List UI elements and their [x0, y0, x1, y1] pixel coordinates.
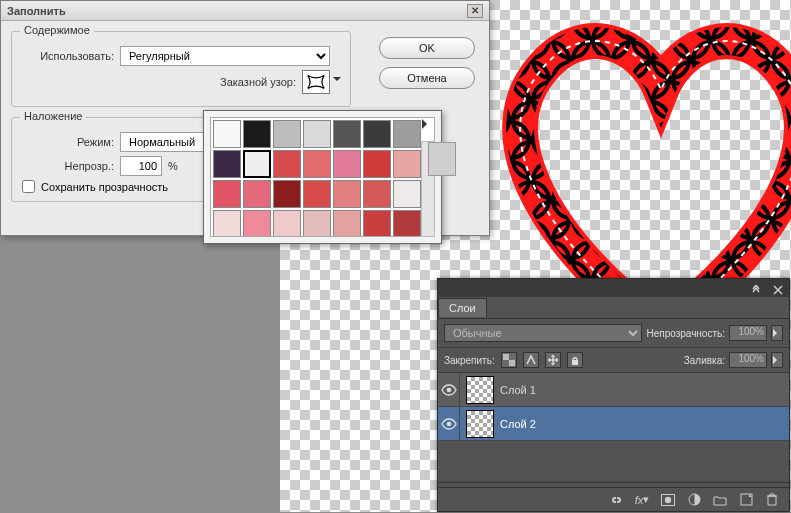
new-layer-icon[interactable] — [737, 491, 755, 509]
dialog-titlebar[interactable]: Заполнить ✕ — [1, 1, 489, 21]
use-select[interactable]: Регулярный — [120, 46, 330, 66]
pattern-grid — [210, 117, 435, 237]
svg-rect-5 — [503, 354, 509, 360]
visibility-eye-icon[interactable] — [438, 407, 460, 441]
layer-fill-flyout[interactable] — [771, 352, 783, 368]
pattern-swatch[interactable] — [243, 210, 271, 237]
layer-opacity-value[interactable]: 100% — [729, 325, 767, 341]
layer-name[interactable]: Слой 1 — [500, 384, 789, 396]
dialog-title: Заполнить — [7, 5, 66, 17]
adjustment-layer-icon[interactable] — [685, 491, 703, 509]
panel-dragbar[interactable] — [438, 279, 789, 297]
pattern-swatch[interactable] — [213, 180, 241, 208]
pattern-swatch[interactable] — [273, 150, 301, 178]
pattern-swatch[interactable] — [333, 150, 361, 178]
pattern-swatch[interactable] — [303, 210, 331, 237]
pattern-swatch[interactable] — [363, 180, 391, 208]
pattern-swatch[interactable] — [393, 150, 421, 178]
pattern-swatch[interactable] — [303, 180, 331, 208]
blend-mode-select[interactable]: Обычные — [444, 324, 642, 342]
layer-row[interactable]: Слой 2 — [438, 407, 789, 441]
triangle-right-icon — [773, 329, 781, 337]
layer-list: Слой 1Слой 2 — [438, 373, 789, 483]
opacity-label: Непрозр.: — [22, 160, 114, 172]
svg-point-8 — [446, 387, 451, 392]
layer-opacity-flyout[interactable] — [771, 325, 783, 341]
custom-pattern-label: Заказной узор: — [220, 76, 296, 88]
pattern-swatch[interactable] — [243, 150, 271, 178]
pattern-swatch[interactable] — [213, 120, 241, 148]
pattern-swatch[interactable] — [393, 120, 421, 148]
layers-panel: Слои Обычные Непрозрачность: 100% Закреп… — [437, 278, 790, 512]
pattern-swatch-button[interactable] — [302, 70, 330, 94]
layer-thumbnail[interactable] — [466, 376, 494, 404]
opacity-input[interactable] — [120, 156, 162, 176]
scrollbar-thumb[interactable] — [428, 142, 456, 176]
content-legend: Содержимое — [20, 24, 94, 36]
close-panel-icon[interactable] — [771, 283, 785, 297]
pattern-popup-scrollbar[interactable] — [421, 141, 435, 237]
pattern-swatch[interactable] — [393, 210, 421, 237]
svg-point-11 — [665, 496, 671, 502]
lock-transparency-button[interactable] — [501, 352, 517, 368]
layer-fill-label: Заливка: — [684, 355, 725, 366]
visibility-eye-icon[interactable] — [438, 373, 460, 407]
layer-opacity-label: Непрозрачность: — [646, 328, 725, 339]
link-layers-icon[interactable] — [607, 491, 625, 509]
preserve-label: Сохранить прозрачность — [41, 181, 168, 193]
pattern-swatch[interactable] — [333, 180, 361, 208]
pattern-swatch[interactable] — [273, 120, 301, 148]
lock-pixels-button[interactable] — [523, 352, 539, 368]
pattern-swatch[interactable] — [363, 150, 391, 178]
pattern-swatch[interactable] — [213, 150, 241, 178]
pattern-swatch[interactable] — [273, 210, 301, 237]
svg-rect-7 — [572, 360, 578, 365]
layer-fx-icon[interactable]: fx▾ — [633, 491, 651, 509]
pattern-swatch[interactable] — [303, 150, 331, 178]
lock-all-button[interactable] — [567, 352, 583, 368]
blend-legend: Наложение — [20, 110, 86, 122]
pattern-swatch[interactable] — [213, 210, 241, 237]
triangle-right-icon — [422, 119, 432, 129]
tab-layers[interactable]: Слои — [438, 298, 487, 317]
layer-mask-icon[interactable] — [659, 491, 677, 509]
pattern-picker-popup — [203, 110, 442, 244]
layer-thumbnail[interactable] — [466, 410, 494, 438]
close-icon[interactable]: ✕ — [467, 4, 483, 18]
layer-row[interactable]: Слой 1 — [438, 373, 789, 407]
use-label: Использовать: — [22, 50, 114, 62]
lock-position-button[interactable] — [545, 352, 561, 368]
pattern-popup-menu-button[interactable] — [419, 117, 435, 131]
content-groupbox: Содержимое Использовать: Регулярный Зака… — [11, 31, 351, 107]
new-group-icon[interactable] — [711, 491, 729, 509]
pattern-swatch[interactable] — [363, 210, 391, 237]
pattern-swatch[interactable] — [273, 180, 301, 208]
pattern-swatch[interactable] — [243, 120, 271, 148]
cancel-button[interactable]: Отмена — [379, 67, 475, 89]
chevron-down-icon — [333, 77, 341, 85]
preserve-checkbox-input[interactable] — [22, 180, 35, 193]
collapse-icon[interactable] — [749, 283, 763, 297]
triangle-right-icon — [773, 356, 781, 364]
svg-rect-6 — [509, 360, 515, 366]
pattern-swatch[interactable] — [333, 210, 361, 237]
layer-name[interactable]: Слой 2 — [500, 418, 789, 430]
pattern-swatch[interactable] — [333, 120, 361, 148]
lock-label: Закрепить: — [444, 355, 495, 366]
mode-label: Режим: — [22, 136, 114, 148]
ok-button[interactable]: OK — [379, 37, 475, 59]
svg-point-9 — [446, 421, 451, 426]
opacity-unit: % — [168, 160, 178, 172]
pattern-swatch[interactable] — [243, 180, 271, 208]
layer-fill-value[interactable]: 100% — [729, 352, 767, 368]
delete-layer-icon[interactable] — [763, 491, 781, 509]
pattern-swatch[interactable] — [363, 120, 391, 148]
pattern-swatch[interactable] — [303, 120, 331, 148]
pattern-swatch[interactable] — [393, 180, 421, 208]
